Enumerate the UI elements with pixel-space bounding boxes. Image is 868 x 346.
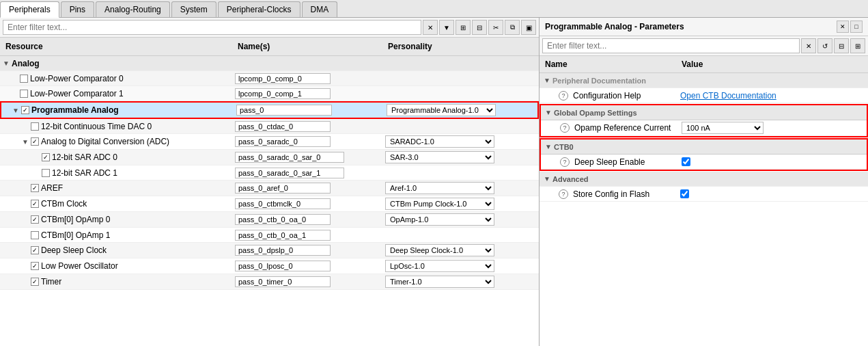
checkbox[interactable]: [31, 231, 39, 239]
right-filter-input[interactable]: [542, 38, 800, 53]
name-input[interactable]: [235, 121, 331, 132]
table-row: CTBm[0] OpAmp 0 OpAmp-1.0: [0, 212, 539, 228]
table-row: 12-bit SAR ADC 1: [0, 165, 539, 181]
global-opamp-section: ▼ Global Opamp Settings ? Opamp Referenc…: [540, 104, 868, 137]
expand-col-button[interactable]: ⊞: [456, 20, 471, 35]
name-input[interactable]: [235, 198, 331, 209]
personality-select[interactable]: Timer-1.0: [385, 276, 494, 288]
personality-select[interactable]: Deep Sleep Clock-1.0: [385, 244, 494, 256]
expand-arrow[interactable]: ▼: [22, 138, 29, 146]
name-input[interactable]: [235, 230, 331, 241]
checkbox[interactable]: [31, 215, 39, 224]
maximize-icon[interactable]: □: [850, 21, 863, 33]
name-input[interactable]: [235, 73, 331, 84]
cell-personality: [382, 172, 519, 174]
table-row: AREF Aref-1.0: [0, 181, 539, 196]
expand-arrow[interactable]: ▼: [3, 59, 10, 67]
rcell-name: ? Store Config in Flash: [540, 188, 676, 200]
personality-select[interactable]: CTBm Pump Clock-1.0: [385, 198, 494, 210]
checkbox[interactable]: [42, 153, 50, 161]
tab-analog-routing[interactable]: Analog-Routing: [96, 1, 170, 17]
right-row: ▼ CTB0: [541, 139, 867, 155]
expand-arrow[interactable]: ▼: [545, 109, 552, 116]
cell-personality: Programmable Analog-1.0: [384, 103, 520, 118]
name-input[interactable]: [235, 88, 331, 99]
name-input[interactable]: [235, 136, 331, 147]
checkbox[interactable]: [20, 90, 28, 98]
table-row: 12-bit Continuous Time DAC 0: [0, 119, 539, 134]
opamp-reference-select[interactable]: 100 nA: [682, 122, 764, 134]
name-input[interactable]: [235, 245, 331, 256]
personality-select[interactable]: Aref-1.0: [385, 182, 494, 194]
name-input[interactable]: [235, 261, 331, 271]
right-clear-filter-button[interactable]: ✕: [801, 38, 816, 53]
resource-label: 12-bit SAR ADC 0: [52, 152, 117, 162]
cut-button[interactable]: ✂: [488, 20, 503, 35]
name-input[interactable]: [235, 183, 331, 194]
right-expand-button[interactable]: ⊞: [850, 38, 865, 53]
checkbox[interactable]: [31, 200, 39, 208]
programmable-analog-row: ▼ Programmable Analog Programmable Analo…: [0, 101, 539, 119]
name-input[interactable]: [235, 152, 344, 163]
deep-sleep-enable-checkbox[interactable]: [682, 157, 690, 166]
cell-resource: Low-Power Comparator 0: [0, 72, 232, 85]
personality-select[interactable]: LpOsc-1.0: [385, 260, 494, 272]
copy-button[interactable]: ⧉: [505, 20, 520, 35]
expand-arrow[interactable]: ▼: [545, 143, 552, 150]
right-row: ? Store Config in Flash: [540, 187, 868, 202]
param-label: Deep Sleep Enable: [574, 157, 645, 167]
checkbox[interactable]: [31, 262, 39, 270]
tab-peripheral-clocks[interactable]: Peripheral-Clocks: [218, 1, 300, 17]
tab-pins[interactable]: Pins: [61, 1, 94, 17]
store-config-flash-checkbox[interactable]: [680, 189, 689, 198]
name-input[interactable]: [235, 214, 331, 225]
resource-label: Programmable Analog: [31, 105, 119, 115]
right-refresh-button[interactable]: ↺: [817, 38, 832, 53]
checkbox[interactable]: [31, 137, 39, 146]
right-panel: Programmable Analog - Parameters ✕ □ ✕ ↺…: [540, 18, 868, 346]
help-icon[interactable]: ?: [560, 157, 570, 167]
expand-arrow[interactable]: ▼: [12, 107, 19, 114]
rcell-value: [677, 111, 867, 114]
cell-names: [232, 197, 382, 211]
tab-peripherals[interactable]: Peripherals: [0, 1, 59, 18]
open-ctb-link[interactable]: Open CTB Documentation: [680, 91, 776, 101]
resource-label: Timer: [41, 277, 61, 287]
collapse-col-button[interactable]: ⊟: [472, 20, 487, 35]
tab-dma[interactable]: DMA: [302, 1, 338, 17]
checkbox[interactable]: [20, 75, 28, 83]
tab-system[interactable]: System: [171, 1, 216, 17]
cell-resource: 12-bit Continuous Time DAC 0: [0, 120, 232, 133]
personality-select[interactable]: Programmable Analog-1.0: [387, 104, 496, 116]
close-icon[interactable]: ✕: [837, 21, 849, 33]
expand-arrow[interactable]: ▼: [544, 77, 550, 84]
help-icon[interactable]: ?: [559, 189, 568, 199]
left-filter-input[interactable]: [3, 20, 421, 35]
checkbox[interactable]: [31, 278, 39, 286]
personality-select[interactable]: SAR-3.0: [385, 151, 494, 163]
checkbox[interactable]: [31, 122, 39, 131]
expand-arrow[interactable]: ▼: [544, 175, 550, 183]
help-icon[interactable]: ?: [560, 123, 570, 133]
checkbox[interactable]: [42, 169, 50, 177]
checkbox[interactable]: [21, 106, 29, 114]
help-icon[interactable]: ?: [559, 91, 568, 101]
clear-filter-button[interactable]: ✕: [423, 20, 438, 35]
name-input[interactable]: [235, 168, 344, 178]
personality-select[interactable]: OpAmp-1.0: [385, 213, 494, 226]
checkbox[interactable]: [31, 246, 39, 254]
name-input[interactable]: [236, 105, 332, 116]
cell-personality: Timer-1.0: [382, 274, 519, 289]
right-panel-title: Programmable Analog - Parameters: [545, 22, 684, 31]
checkbox[interactable]: [31, 184, 39, 192]
table-row: Low Power Oscillator LpOsc-1.0: [0, 258, 539, 274]
cell-resource: CTBm[0] OpAmp 0: [0, 213, 232, 226]
name-input[interactable]: [235, 276, 331, 287]
table-row: ▼ Analog to Digital Conversion (ADC) SAR…: [0, 134, 539, 150]
filter-button[interactable]: ▼: [439, 20, 454, 35]
cell-resource: 12-bit SAR ADC 0: [0, 151, 232, 163]
paste-button[interactable]: ▣: [521, 20, 536, 35]
right-collapse-button[interactable]: ⊟: [834, 38, 849, 53]
personality-select[interactable]: SARADC-1.0: [385, 135, 494, 148]
resource-label: CTBm[0] OpAmp 1: [41, 230, 110, 240]
